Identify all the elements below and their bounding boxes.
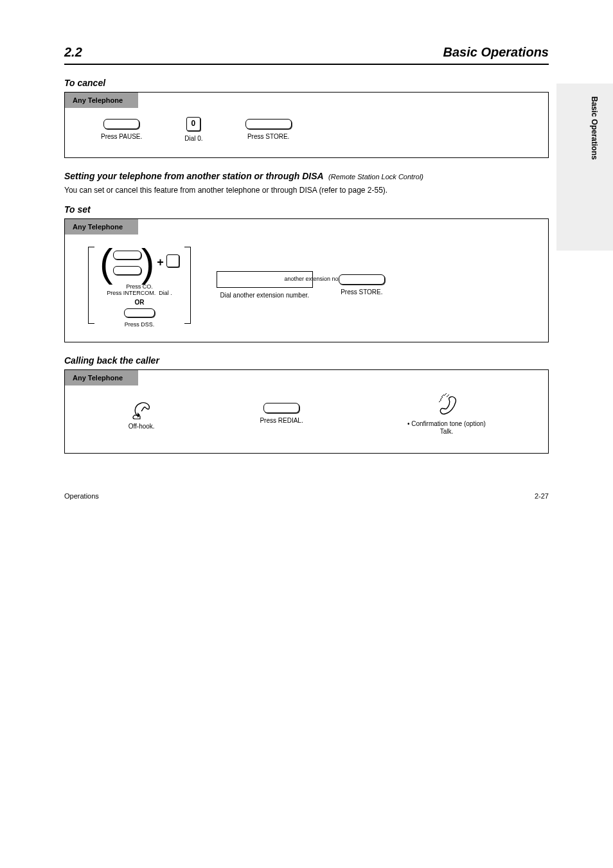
- step-label: Dial another extension number.: [220, 292, 309, 299]
- redial-button[interactable]: [263, 403, 299, 413]
- footer-left: Operations: [64, 492, 99, 500]
- diagram-set: Any Telephone ( ) +: [64, 218, 549, 342]
- page-footer: Operations 2-27: [64, 492, 549, 500]
- heading-cancel: To cancel: [64, 78, 549, 88]
- heading-set: To set: [64, 204, 549, 215]
- body-remote: You can set or cancel this feature from …: [64, 185, 549, 195]
- store-button[interactable]: [245, 119, 292, 129]
- step-label: Press REDIAL.: [260, 417, 303, 424]
- step-redial: Press REDIAL.: [260, 403, 303, 425]
- step-label: Press PAUSE.: [101, 133, 142, 140]
- footer-right: 2-27: [535, 492, 549, 500]
- co-button[interactable]: [113, 251, 141, 260]
- diagram-cancel: Any Telephone Press PAUSE. 0 Dial 0. Pre…: [64, 92, 549, 158]
- section-title: Basic Operations: [443, 45, 549, 60]
- dss-button[interactable]: [124, 308, 155, 317]
- extension-input[interactable]: another extension no.: [217, 271, 313, 288]
- diagram-title: Any Telephone: [65, 219, 138, 235]
- diagram-callback: Any Telephone Off-hook. Press REDIAL.: [64, 369, 549, 454]
- side-tab: Basic Operations: [556, 84, 613, 251]
- step-label: Talk.: [440, 428, 454, 435]
- side-tab-label: Basic Operations: [590, 96, 599, 160]
- step-label: Press STORE.: [341, 288, 382, 296]
- heading-remote: Setting your telephone from another stat…: [64, 171, 549, 181]
- step-tone: • Confirmation tone (option): [407, 420, 486, 427]
- step-talk: • Confirmation tone (option) Talk.: [407, 392, 486, 436]
- step-dial-0: 0 Dial 0.: [184, 117, 202, 143]
- intercom-button[interactable]: [113, 266, 141, 275]
- or-label: OR: [100, 299, 179, 306]
- offhook-icon: [127, 397, 155, 420]
- diagram-title: Any Telephone: [65, 370, 138, 385]
- heading-callback: Calling back the caller: [64, 355, 549, 366]
- step-label: Dial 0.: [184, 135, 202, 142]
- step-store: Press STORE.: [245, 119, 292, 141]
- key-0[interactable]: 0: [186, 117, 200, 131]
- pause-button[interactable]: [103, 119, 139, 129]
- step-extension: another extension no. Dial another exten…: [217, 271, 313, 300]
- step-pause: Press PAUSE.: [101, 119, 142, 141]
- star-key[interactable]: [166, 254, 179, 267]
- step-label: Off-hook.: [129, 423, 155, 430]
- step-label: Press STORE.: [247, 133, 289, 140]
- header-rule: [64, 64, 549, 65]
- diagram-title: Any Telephone: [65, 93, 138, 108]
- handset-icon: [431, 392, 462, 418]
- step-offhook: Off-hook.: [127, 397, 155, 431]
- combo-group: ( ) + Press CO. Press INTERCOM. Dial .: [88, 244, 191, 328]
- section-number: 2.2: [64, 45, 82, 60]
- page-header: 2.2 Basic Operations: [64, 45, 549, 60]
